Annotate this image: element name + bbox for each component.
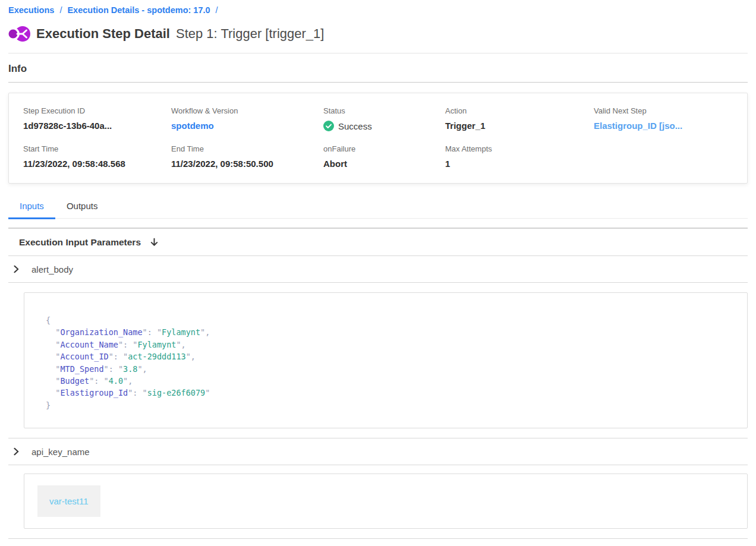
field-label: End Time — [171, 144, 323, 153]
alert-body-json-box: { "Organization_Name": "Fylamynt", "Acco… — [24, 292, 748, 428]
info-grid: Step Execution ID 1d97828c-13b6-40a... W… — [23, 106, 733, 169]
page-header: Execution Step Detail Step 1: Trigger [t… — [8, 24, 748, 44]
field-action: Action Trigger_1 — [445, 106, 594, 131]
field-value: 1 — [445, 159, 594, 169]
field-value: Trigger_1 — [445, 121, 594, 131]
field-step-execution-id: Step Execution ID 1d97828c-13b6-40a... — [23, 106, 171, 131]
page-title: Execution Step Detail — [36, 26, 170, 42]
field-empty — [594, 144, 733, 169]
divider — [8, 53, 748, 53]
field-on-failure: onFailure Abort — [323, 144, 445, 169]
chevron-right-icon[interactable] — [12, 265, 20, 273]
execution-input-parameters-label: Execution Input Parameters — [19, 237, 141, 248]
execution-step-detail-page: Executions / Execution Details - spotdem… — [0, 0, 756, 546]
breadcrumb-link-executions[interactable]: Executions — [8, 5, 54, 15]
field-start-time: Start Time 11/23/2022, 09:58:48.568 — [23, 144, 171, 169]
arrow-down-icon[interactable] — [149, 237, 159, 247]
field-value: 11/23/2022, 09:58:48.568 — [23, 159, 171, 169]
field-label: Max Attempts — [445, 144, 594, 153]
tabbar: Inputs Outputs — [8, 195, 748, 219]
info-section-heading: Info — [8, 63, 748, 75]
field-value: 1d97828c-13b6-40a... — [23, 121, 171, 131]
api-key-name-value: var-test11 — [37, 485, 100, 517]
divider — [8, 282, 748, 283]
breadcrumb-link-execution-details[interactable]: Execution Details - spotdemo: 17.0 — [67, 5, 210, 15]
field-label: Step Execution ID — [23, 106, 171, 115]
divider — [8, 82, 748, 83]
field-label: Valid Next Step — [594, 106, 733, 115]
field-label: Start Time — [23, 144, 171, 153]
field-workflow-version: Workflow & Version spotdemo — [171, 106, 323, 131]
field-valid-next-step: Valid Next Step Elastigroup_ID [jso... — [594, 106, 733, 131]
success-check-icon — [323, 121, 334, 131]
divider — [8, 465, 748, 465]
breadcrumb: Executions / Execution Details - spotdem… — [8, 0, 748, 15]
tab-inputs[interactable]: Inputs — [8, 195, 55, 218]
field-value: Abort — [323, 159, 445, 169]
chevron-right-icon[interactable] — [12, 447, 20, 456]
alert-body-json: { "Organization_Name": "Fylamynt", "Acco… — [46, 314, 729, 411]
section-row-api-key-value[interactable]: api_key_value — [8, 539, 748, 546]
tab-outputs[interactable]: Outputs — [55, 195, 109, 218]
field-label: Status — [323, 106, 445, 115]
execution-input-parameters-header[interactable]: Execution Input Parameters — [8, 229, 748, 255]
section-row-api-key-name[interactable]: api_key_name — [8, 438, 748, 465]
status-badge: Success — [338, 121, 372, 131]
field-label: onFailure — [323, 144, 445, 153]
field-value: 11/23/2022, 09:58:50.500 — [171, 159, 323, 169]
section-label-api-key-name: api_key_name — [32, 447, 90, 457]
field-status: Status Success — [323, 106, 445, 131]
info-card: Step Execution ID 1d97828c-13b6-40a... W… — [8, 93, 748, 184]
fylamynt-logo-icon — [8, 24, 31, 44]
section-label-alert-body: alert_body — [32, 264, 73, 274]
breadcrumb-separator: / — [59, 5, 62, 15]
field-label: Workflow & Version — [171, 106, 323, 115]
page-subtitle: Step 1: Trigger [trigger_1] — [176, 26, 324, 42]
field-end-time: End Time 11/23/2022, 09:58:50.500 — [171, 144, 323, 169]
section-row-alert-body[interactable]: alert_body — [8, 256, 748, 282]
valid-next-step-link[interactable]: Elastigroup_ID [jso... — [594, 121, 733, 131]
breadcrumb-separator: / — [216, 5, 218, 15]
field-max-attempts: Max Attempts 1 — [445, 144, 594, 169]
workflow-link[interactable]: spotdemo — [171, 121, 323, 131]
api-key-name-value-box: var-test11 — [24, 474, 748, 529]
field-label: Action — [445, 106, 594, 115]
